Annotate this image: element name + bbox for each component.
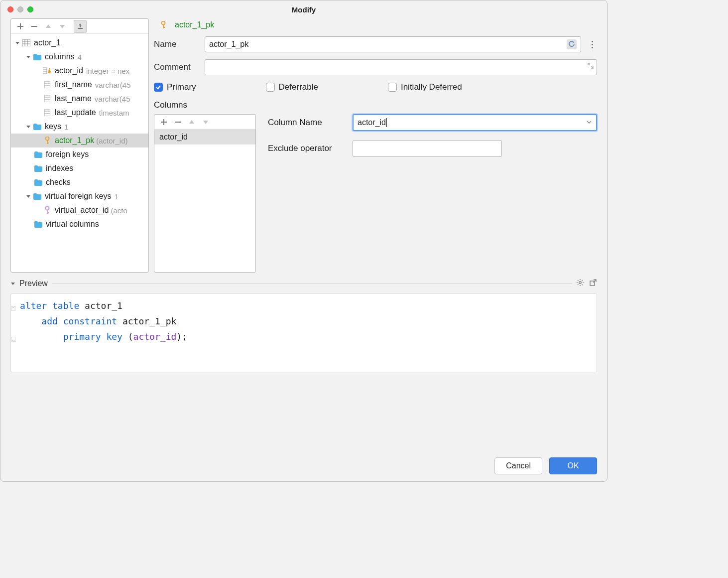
chevron-down-icon[interactable] <box>10 279 15 288</box>
more-options-button[interactable] <box>587 41 597 48</box>
tree-row-table[interactable]: actor_1 <box>11 36 148 50</box>
svg-rect-33 <box>161 122 167 123</box>
tree-row-vcolumns[interactable]: virtual columns <box>11 217 148 231</box>
columns-section-label: Columns <box>154 100 597 110</box>
key-icon <box>159 20 168 29</box>
folder-icon <box>33 122 42 131</box>
object-tree[interactable]: actor_1 columns 4 actor_id integer = nex… <box>11 34 148 272</box>
move-down-button[interactable] <box>56 20 69 33</box>
primary-checkbox[interactable]: Primary <box>154 82 196 92</box>
tree-label: actor_id <box>55 66 83 75</box>
window-controls <box>7 6 33 12</box>
svg-rect-4 <box>22 39 30 46</box>
tree-row-columns-group[interactable]: columns 4 <box>11 50 148 64</box>
add-column-button[interactable] <box>157 116 170 129</box>
column-type: varchar(45 <box>95 95 130 103</box>
modify-dialog: Modify actor_1 co <box>0 0 607 482</box>
name-input[interactable]: actor_1_pk <box>205 36 581 52</box>
divider <box>52 284 572 284</box>
svg-point-29 <box>162 21 165 25</box>
svg-rect-1 <box>17 26 23 27</box>
tree-row-column[interactable]: first_name varchar(45 <box>11 78 148 92</box>
column-name-combo[interactable]: actor_id <box>353 114 597 131</box>
column-type: integer = nex <box>86 67 129 75</box>
tree-row-vfk-group[interactable]: virtual foreign keys 1 <box>11 189 148 203</box>
folder-icon <box>33 192 42 201</box>
ok-button[interactable]: OK <box>549 457 597 474</box>
tree-label: virtual columns <box>46 220 99 229</box>
tree-label: last_update <box>55 108 96 117</box>
column-icon <box>43 94 52 103</box>
column-name-value: actor_id <box>358 118 386 127</box>
remove-column-button[interactable] <box>171 116 184 129</box>
object-tree-panel: actor_1 columns 4 actor_id integer = nex… <box>10 18 149 273</box>
tree-row-column[interactable]: last_name varchar(45 <box>11 92 148 106</box>
column-pk-icon <box>43 66 52 75</box>
svg-rect-17 <box>44 95 50 102</box>
name-value: actor_1_pk <box>209 40 248 49</box>
chevron-down-icon <box>586 118 592 127</box>
svg-rect-13 <box>49 68 50 71</box>
column-list-item[interactable]: actor_id <box>154 130 255 144</box>
gear-icon[interactable] <box>576 279 584 289</box>
key-columns: (actor_id) <box>96 137 127 145</box>
close-window-button[interactable] <box>7 6 13 12</box>
comment-input[interactable] <box>205 59 597 75</box>
column-type: timestam <box>99 109 129 117</box>
navigate-to-button[interactable] <box>74 20 87 33</box>
exclude-operator-input[interactable] <box>353 140 502 157</box>
initially-deferred-checkbox[interactable]: Initially Deferred <box>388 82 462 92</box>
folder-icon <box>34 178 43 187</box>
tree-label: keys <box>45 122 61 131</box>
zoom-window-button[interactable] <box>27 6 33 12</box>
virtual-key-icon <box>43 206 52 215</box>
folder-icon <box>34 150 43 159</box>
move-column-down-button[interactable] <box>199 116 212 129</box>
count-badge: 1 <box>114 192 118 201</box>
tree-label: columns <box>45 52 75 61</box>
preview-label: Preview <box>19 279 48 288</box>
deferrable-checkbox[interactable]: Deferrable <box>266 82 318 92</box>
svg-rect-25 <box>47 143 49 144</box>
sql-text: alter table actor_1 add constraint actor… <box>13 298 595 344</box>
chevron-down-icon <box>25 53 32 60</box>
column-list-label: actor_id <box>159 133 188 142</box>
move-up-button[interactable] <box>42 20 55 33</box>
tree-row-foreign-keys[interactable]: foreign keys <box>11 147 148 161</box>
remove-button[interactable] <box>28 20 41 33</box>
chevron-down-icon <box>25 123 32 130</box>
tree-row-column[interactable]: last_update timestam <box>11 106 148 120</box>
window-title: Modify <box>0 5 607 14</box>
refresh-name-icon[interactable] <box>567 39 577 49</box>
add-button[interactable] <box>14 20 27 33</box>
minimize-window-button[interactable] <box>17 6 23 12</box>
count-badge: 4 <box>78 53 82 61</box>
tree-row-indexes[interactable]: indexes <box>11 161 148 175</box>
svg-rect-31 <box>163 27 165 28</box>
expand-icon[interactable] <box>588 62 594 71</box>
titlebar: Modify <box>0 0 607 18</box>
open-external-icon[interactable] <box>589 279 597 289</box>
column-type: varchar(45 <box>95 81 131 89</box>
svg-rect-2 <box>31 26 37 27</box>
column-properties: Column Name actor_id Exclude operator <box>268 114 597 273</box>
sql-preview[interactable]: alter table actor_1 add constraint actor… <box>10 293 597 372</box>
breadcrumb-name: actor_1_pk <box>175 20 214 29</box>
column-icon <box>43 108 52 117</box>
svg-line-42 <box>578 285 579 286</box>
move-column-up-button[interactable] <box>185 116 198 129</box>
svg-point-26 <box>46 207 49 210</box>
tree-row-vfk[interactable]: virtual_actor_id (acto <box>11 203 148 217</box>
cancel-button[interactable]: Cancel <box>494 457 542 474</box>
count-badge: 1 <box>64 123 68 131</box>
exclude-operator-label: Exclude operator <box>268 144 353 153</box>
tree-row-key[interactable]: actor_1_pk (actor_id) <box>11 134 148 147</box>
tree-row-keys-group[interactable]: keys 1 <box>11 120 148 134</box>
tree-row-column[interactable]: actor_id integer = nex <box>11 64 148 78</box>
comment-label: Comment <box>154 62 205 72</box>
tree-row-checks[interactable]: checks <box>11 175 148 189</box>
checkbox-label: Primary <box>167 82 196 92</box>
detail-panel: actor_1_pk Name actor_1_pk Comment <box>154 18 597 273</box>
svg-rect-3 <box>78 28 83 29</box>
key-columns-list: actor_id <box>154 114 256 273</box>
